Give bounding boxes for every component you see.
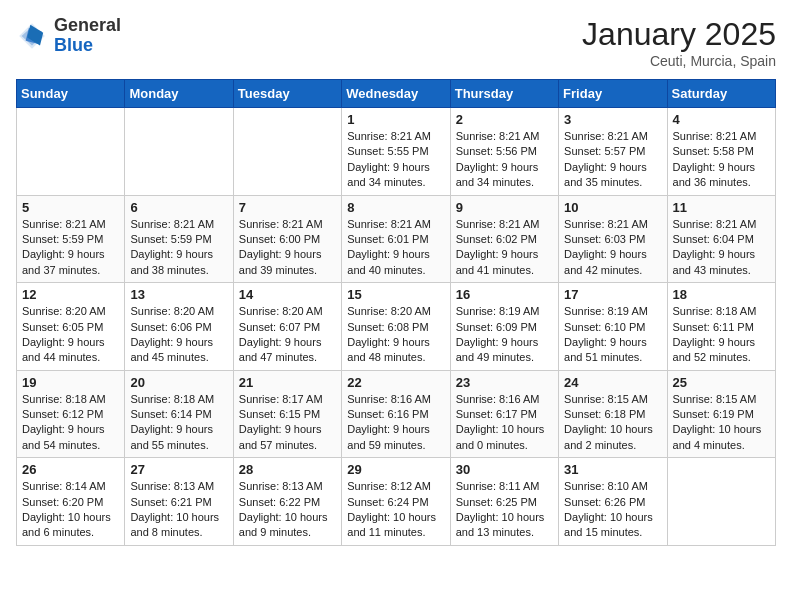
sunset-text: Sunset: 6:00 PM bbox=[239, 233, 320, 245]
cell-content: Sunrise: 8:19 AM Sunset: 6:09 PM Dayligh… bbox=[456, 304, 553, 366]
daylight-text: Daylight: 9 hours and 35 minutes. bbox=[564, 161, 647, 188]
sunrise-text: Sunrise: 8:21 AM bbox=[673, 218, 757, 230]
sunset-text: Sunset: 5:58 PM bbox=[673, 145, 754, 157]
daylight-text: Daylight: 10 hours and 4 minutes. bbox=[673, 423, 762, 450]
calendar-cell: 10 Sunrise: 8:21 AM Sunset: 6:03 PM Dayl… bbox=[559, 195, 667, 283]
sunrise-text: Sunrise: 8:18 AM bbox=[673, 305, 757, 317]
sunset-text: Sunset: 6:26 PM bbox=[564, 496, 645, 508]
calendar-cell bbox=[233, 108, 341, 196]
sunset-text: Sunset: 6:09 PM bbox=[456, 321, 537, 333]
day-number: 9 bbox=[456, 200, 553, 215]
cell-content: Sunrise: 8:21 AM Sunset: 6:03 PM Dayligh… bbox=[564, 217, 661, 279]
calendar-cell: 24 Sunrise: 8:15 AM Sunset: 6:18 PM Dayl… bbox=[559, 370, 667, 458]
cell-content: Sunrise: 8:21 AM Sunset: 6:00 PM Dayligh… bbox=[239, 217, 336, 279]
cell-content: Sunrise: 8:20 AM Sunset: 6:07 PM Dayligh… bbox=[239, 304, 336, 366]
calendar-cell: 27 Sunrise: 8:13 AM Sunset: 6:21 PM Dayl… bbox=[125, 458, 233, 546]
day-number: 14 bbox=[239, 287, 336, 302]
daylight-text: Daylight: 9 hours and 57 minutes. bbox=[239, 423, 322, 450]
calendar-cell: 20 Sunrise: 8:18 AM Sunset: 6:14 PM Dayl… bbox=[125, 370, 233, 458]
logo-text: General Blue bbox=[54, 16, 121, 56]
calendar-cell: 1 Sunrise: 8:21 AM Sunset: 5:55 PM Dayli… bbox=[342, 108, 450, 196]
logo-blue: Blue bbox=[54, 35, 93, 55]
cell-content: Sunrise: 8:21 AM Sunset: 6:02 PM Dayligh… bbox=[456, 217, 553, 279]
day-number: 4 bbox=[673, 112, 770, 127]
sunrise-text: Sunrise: 8:19 AM bbox=[564, 305, 648, 317]
cell-content: Sunrise: 8:21 AM Sunset: 5:57 PM Dayligh… bbox=[564, 129, 661, 191]
sunrise-text: Sunrise: 8:21 AM bbox=[347, 130, 431, 142]
sunrise-text: Sunrise: 8:20 AM bbox=[347, 305, 431, 317]
sunset-text: Sunset: 6:25 PM bbox=[456, 496, 537, 508]
logo-general: General bbox=[54, 15, 121, 35]
cell-content: Sunrise: 8:18 AM Sunset: 6:12 PM Dayligh… bbox=[22, 392, 119, 454]
calendar-cell: 16 Sunrise: 8:19 AM Sunset: 6:09 PM Dayl… bbox=[450, 283, 558, 371]
daylight-text: Daylight: 9 hours and 41 minutes. bbox=[456, 248, 539, 275]
weekday-header: Sunday bbox=[17, 80, 125, 108]
sunrise-text: Sunrise: 8:10 AM bbox=[564, 480, 648, 492]
calendar-week-row: 1 Sunrise: 8:21 AM Sunset: 5:55 PM Dayli… bbox=[17, 108, 776, 196]
day-number: 17 bbox=[564, 287, 661, 302]
calendar-cell: 9 Sunrise: 8:21 AM Sunset: 6:02 PM Dayli… bbox=[450, 195, 558, 283]
daylight-text: Daylight: 10 hours and 13 minutes. bbox=[456, 511, 545, 538]
daylight-text: Daylight: 9 hours and 55 minutes. bbox=[130, 423, 213, 450]
sunset-text: Sunset: 6:21 PM bbox=[130, 496, 211, 508]
calendar-cell: 18 Sunrise: 8:18 AM Sunset: 6:11 PM Dayl… bbox=[667, 283, 775, 371]
weekday-header: Wednesday bbox=[342, 80, 450, 108]
daylight-text: Daylight: 10 hours and 8 minutes. bbox=[130, 511, 219, 538]
day-number: 15 bbox=[347, 287, 444, 302]
calendar-cell: 28 Sunrise: 8:13 AM Sunset: 6:22 PM Dayl… bbox=[233, 458, 341, 546]
daylight-text: Daylight: 10 hours and 6 minutes. bbox=[22, 511, 111, 538]
sunrise-text: Sunrise: 8:20 AM bbox=[239, 305, 323, 317]
cell-content: Sunrise: 8:19 AM Sunset: 6:10 PM Dayligh… bbox=[564, 304, 661, 366]
daylight-text: Daylight: 9 hours and 42 minutes. bbox=[564, 248, 647, 275]
daylight-text: Daylight: 9 hours and 52 minutes. bbox=[673, 336, 756, 363]
sunrise-text: Sunrise: 8:21 AM bbox=[564, 130, 648, 142]
cell-content: Sunrise: 8:16 AM Sunset: 6:16 PM Dayligh… bbox=[347, 392, 444, 454]
weekday-header: Tuesday bbox=[233, 80, 341, 108]
sunrise-text: Sunrise: 8:15 AM bbox=[673, 393, 757, 405]
sunset-text: Sunset: 6:15 PM bbox=[239, 408, 320, 420]
cell-content: Sunrise: 8:15 AM Sunset: 6:18 PM Dayligh… bbox=[564, 392, 661, 454]
calendar-cell: 29 Sunrise: 8:12 AM Sunset: 6:24 PM Dayl… bbox=[342, 458, 450, 546]
calendar-cell: 15 Sunrise: 8:20 AM Sunset: 6:08 PM Dayl… bbox=[342, 283, 450, 371]
cell-content: Sunrise: 8:21 AM Sunset: 5:59 PM Dayligh… bbox=[22, 217, 119, 279]
sunset-text: Sunset: 6:14 PM bbox=[130, 408, 211, 420]
day-number: 11 bbox=[673, 200, 770, 215]
calendar-cell: 14 Sunrise: 8:20 AM Sunset: 6:07 PM Dayl… bbox=[233, 283, 341, 371]
day-number: 19 bbox=[22, 375, 119, 390]
calendar-cell: 4 Sunrise: 8:21 AM Sunset: 5:58 PM Dayli… bbox=[667, 108, 775, 196]
calendar-cell: 30 Sunrise: 8:11 AM Sunset: 6:25 PM Dayl… bbox=[450, 458, 558, 546]
day-number: 26 bbox=[22, 462, 119, 477]
sunset-text: Sunset: 6:06 PM bbox=[130, 321, 211, 333]
calendar-cell: 22 Sunrise: 8:16 AM Sunset: 6:16 PM Dayl… bbox=[342, 370, 450, 458]
cell-content: Sunrise: 8:15 AM Sunset: 6:19 PM Dayligh… bbox=[673, 392, 770, 454]
sunrise-text: Sunrise: 8:21 AM bbox=[130, 218, 214, 230]
sunrise-text: Sunrise: 8:12 AM bbox=[347, 480, 431, 492]
calendar-cell: 31 Sunrise: 8:10 AM Sunset: 6:26 PM Dayl… bbox=[559, 458, 667, 546]
calendar-week-row: 5 Sunrise: 8:21 AM Sunset: 5:59 PM Dayli… bbox=[17, 195, 776, 283]
daylight-text: Daylight: 10 hours and 15 minutes. bbox=[564, 511, 653, 538]
sunset-text: Sunset: 6:03 PM bbox=[564, 233, 645, 245]
cell-content: Sunrise: 8:13 AM Sunset: 6:21 PM Dayligh… bbox=[130, 479, 227, 541]
calendar-cell: 23 Sunrise: 8:16 AM Sunset: 6:17 PM Dayl… bbox=[450, 370, 558, 458]
calendar-cell: 19 Sunrise: 8:18 AM Sunset: 6:12 PM Dayl… bbox=[17, 370, 125, 458]
cell-content: Sunrise: 8:16 AM Sunset: 6:17 PM Dayligh… bbox=[456, 392, 553, 454]
sunset-text: Sunset: 5:59 PM bbox=[130, 233, 211, 245]
day-number: 25 bbox=[673, 375, 770, 390]
daylight-text: Daylight: 9 hours and 45 minutes. bbox=[130, 336, 213, 363]
calendar-cell: 8 Sunrise: 8:21 AM Sunset: 6:01 PM Dayli… bbox=[342, 195, 450, 283]
sunset-text: Sunset: 6:18 PM bbox=[564, 408, 645, 420]
daylight-text: Daylight: 9 hours and 36 minutes. bbox=[673, 161, 756, 188]
day-number: 7 bbox=[239, 200, 336, 215]
sunrise-text: Sunrise: 8:21 AM bbox=[456, 218, 540, 230]
calendar-cell: 5 Sunrise: 8:21 AM Sunset: 5:59 PM Dayli… bbox=[17, 195, 125, 283]
calendar-cell bbox=[125, 108, 233, 196]
sunset-text: Sunset: 5:59 PM bbox=[22, 233, 103, 245]
day-number: 8 bbox=[347, 200, 444, 215]
sunset-text: Sunset: 6:17 PM bbox=[456, 408, 537, 420]
title-block: January 2025 Ceuti, Murcia, Spain bbox=[582, 16, 776, 69]
day-number: 3 bbox=[564, 112, 661, 127]
cell-content: Sunrise: 8:13 AM Sunset: 6:22 PM Dayligh… bbox=[239, 479, 336, 541]
daylight-text: Daylight: 9 hours and 37 minutes. bbox=[22, 248, 105, 275]
daylight-text: Daylight: 10 hours and 2 minutes. bbox=[564, 423, 653, 450]
daylight-text: Daylight: 10 hours and 9 minutes. bbox=[239, 511, 328, 538]
